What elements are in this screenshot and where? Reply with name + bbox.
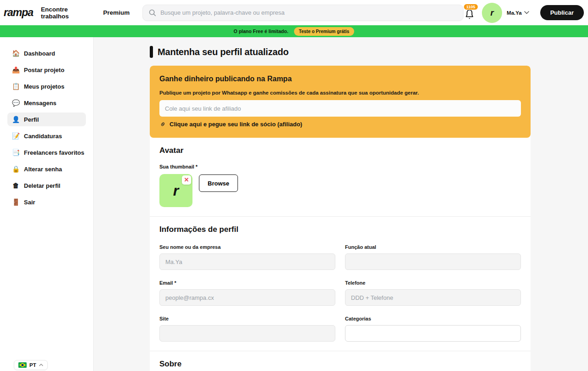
notification-badge: 1105 [464,4,478,10]
browse-button[interactable]: Browse [199,174,238,192]
brazil-flag-icon [18,362,27,368]
promo-title: Ganhe dinheiro publicando na Rampa [159,75,521,83]
sidebar-item-label: Perfil [24,116,39,123]
thumbnail-row: r ✕ Browse [159,174,521,207]
search-input[interactable] [160,9,458,16]
content-area: 🏠Dashboard 📤Postar projeto 📋Meus projeto… [0,37,588,371]
avatar-glyph: r [490,8,493,18]
memo-icon: 📝 [12,132,20,140]
sidebar: 🏠Dashboard 📤Postar projeto 📋Meus projeto… [0,37,94,371]
link-icon [159,121,166,128]
thumbnail-preview: r ✕ [159,174,192,207]
field-email-label: Email * [159,280,335,286]
chevron-up-icon [39,364,43,366]
language-code: PT [29,362,36,368]
avatar-section-title: Avatar [159,146,521,155]
sidebar-item-label: Deletar perfil [24,182,60,189]
sidebar-item-dashboard[interactable]: 🏠Dashboard [7,46,86,60]
main-panel: Mantenha seu perfil atualizado Ganhe din… [94,37,588,371]
sidebar-item-label: Dashboard [24,50,55,57]
clipboard-icon: 📋 [12,83,20,90]
phone-input[interactable] [345,289,521,306]
field-phone: Telefone [345,280,521,306]
door-icon: 🚪 [12,198,20,206]
promo-subtitle: Publique um projeto por Whatsapp e ganhe… [159,90,521,96]
nav-premium[interactable]: Premium [103,9,130,16]
thumbnail-label: Sua thumbnail * [159,164,521,169]
title-accent-bar [150,46,153,58]
notifications-button[interactable]: 1105 [464,6,475,20]
field-name: Seu nome ou da empresa [159,244,335,270]
search-bar [142,5,464,21]
bookmark-tabs-icon: 📑 [12,149,20,156]
premium-banner: O plano Free é limitado. Teste o Premium… [0,25,588,37]
field-email: Email * [159,280,335,306]
language-selector[interactable]: PT [14,360,48,370]
trash-icon: 🗑 [12,182,20,189]
field-current-role: Função atual [345,244,521,270]
page-title-text: Mantenha seu perfil atualizado [158,47,288,57]
user-avatar[interactable]: r [482,3,502,23]
affiliate-link-text: Clique aqui e pegue seu link de sócio (a… [170,121,302,128]
email-input[interactable] [159,289,335,306]
chevron-down-icon [524,11,529,14]
lock-icon: 🔒 [12,165,20,173]
avatar-section: Avatar Sua thumbnail * r ✕ Browse [150,138,531,216]
sidebar-item-delete-profile[interactable]: 🗑Deletar perfil [7,179,86,192]
profile-info-title: Informações de perfil [159,225,521,234]
current-role-input[interactable] [345,253,521,270]
person-icon: 👤 [12,116,20,123]
thumbnail-glyph: r [173,182,179,199]
field-name-label: Seu nome ou da empresa [159,244,335,250]
user-menu[interactable]: Ma.Ya [507,10,529,16]
profile-form: Seu nome ou da empresa Função atual Emai… [159,244,521,342]
remove-thumbnail-button[interactable]: ✕ [182,175,191,185]
sidebar-item-favorite-freelancers[interactable]: 📑Freelancers favoritos [7,146,86,159]
affiliate-link[interactable]: Clique aqui e pegue seu link de sócio (a… [159,121,521,128]
top-navbar: rampa Encontre trabalhos Premium 1105 r … [0,0,588,25]
sidebar-item-label: Alterar senha [24,166,62,173]
field-categories: Categorias [345,316,521,342]
promo-card: Ganhe dinheiro publicando na Rampa Publi… [150,66,531,138]
nav-find-jobs[interactable]: Encontre trabalhos [41,6,90,20]
sidebar-item-change-password[interactable]: 🔒Alterar senha [7,162,86,176]
try-premium-button[interactable]: Teste o Premium grátis [294,27,355,36]
page-title: Mantenha seu perfil atualizado [150,45,588,58]
profile-info-section: Informações de perfil Seu nome ou da emp… [150,217,531,351]
field-current-role-label: Função atual [345,244,521,250]
sidebar-item-label: Sair [24,199,35,206]
field-site: Site [159,316,335,342]
field-phone-label: Telefone [345,280,521,286]
publish-button[interactable]: Publicar [540,5,584,20]
user-name: Ma.Ya [507,10,522,16]
about-section: Sobre [150,351,531,371]
sidebar-item-label: Mensagens [24,100,57,107]
sidebar-item-label: Postar projeto [24,67,64,73]
sidebar-item-applications[interactable]: 📝Candidaturas [7,129,86,143]
categories-input[interactable] [345,325,521,342]
field-site-label: Site [159,316,335,321]
about-section-title: Sobre [159,360,521,369]
sidebar-item-my-projects[interactable]: 📋Meus projetos [7,79,86,93]
brand-logo-text: rampa [4,6,33,18]
profile-card: Ganhe dinheiro publicando na Rampa Publi… [150,66,531,371]
name-input[interactable] [159,253,335,270]
sidebar-item-label: Meus projetos [24,83,64,90]
app-window: rampa Encontre trabalhos Premium 1105 r … [0,0,588,371]
sidebar-item-label: Freelancers favoritos [24,149,85,156]
site-input[interactable] [159,325,335,342]
affiliate-link-input[interactable] [159,100,521,117]
search-icon [148,9,157,17]
sidebar-item-label: Candidaturas [24,133,62,140]
house-icon: 🏠 [12,50,20,57]
sidebar-item-post-project[interactable]: 📤Postar projeto [7,63,86,77]
speech-balloon-icon: 💬 [12,99,20,107]
header-right-cluster: 1105 r Ma.Ya Publicar [464,3,584,23]
outbox-icon: 📤 [12,66,20,73]
sidebar-item-logout[interactable]: 🚪Sair [7,195,86,209]
sidebar-item-messages[interactable]: 💬Mensagens [7,96,86,110]
brand-logo[interactable]: rampa [4,6,33,19]
main-nav: Encontre trabalhos Premium [33,6,130,20]
banner-text: O plano Free é limitado. [234,28,288,34]
sidebar-item-profile[interactable]: 👤Perfil [7,112,86,126]
